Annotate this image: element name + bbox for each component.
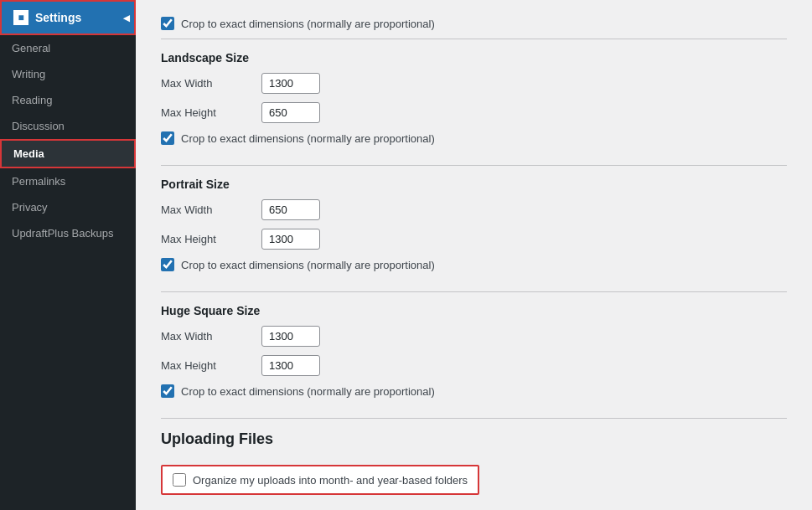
landscape-height-input[interactable] [261,102,320,123]
divider4 [161,418,787,419]
divider [161,39,787,39]
huge-square-height-row: Max Height [161,355,787,376]
top-crop-checkbox[interactable] [161,17,174,30]
landscape-title: Landscape Size [161,51,787,64]
organize-uploads-checkbox[interactable] [173,473,186,487]
huge-square-title: Huge Square Size [161,304,787,317]
landscape-height-label: Max Height [161,106,261,119]
uploading-title: Uploading Files [161,430,787,448]
sidebar-item-writing[interactable]: Writing [0,61,136,87]
settings-icon: ■ [13,10,28,25]
portrait-size-group: Portrait Size Max Width Max Height Crop … [161,178,787,271]
uploading-section: Uploading Files Organize my uploads into… [161,430,787,495]
huge-square-width-row: Max Width [161,326,787,347]
portrait-width-input[interactable] [261,199,320,220]
huge-square-size-group: Huge Square Size Max Width Max Height Cr… [161,304,787,398]
huge-square-crop-checkbox[interactable] [161,384,174,398]
huge-square-height-input[interactable] [261,355,320,376]
sidebar-header[interactable]: ■ Settings ◀ [0,0,136,35]
landscape-crop-label: Crop to exact dimensions (normally are p… [181,132,435,145]
portrait-height-label: Max Height [161,233,261,245]
sidebar-header-label: Settings [35,11,81,24]
sidebar-item-reading[interactable]: Reading [0,87,136,113]
landscape-width-label: Max Width [161,77,261,90]
organize-uploads-wrapper: Organize my uploads into month- and year… [161,465,479,495]
landscape-crop-checkbox[interactable] [161,131,174,145]
landscape-size-group: Landscape Size Max Width Max Height Crop… [161,51,787,145]
divider3 [161,291,787,292]
landscape-width-input[interactable] [261,73,320,94]
portrait-height-row: Max Height [161,229,787,250]
portrait-height-input[interactable] [261,229,320,250]
sidebar-item-discussion[interactable]: Discussion [0,113,136,139]
landscape-crop-row: Crop to exact dimensions (normally are p… [161,131,787,145]
sidebar-item-permalinks[interactable]: Permalinks [0,168,136,194]
portrait-width-row: Max Width [161,199,787,220]
landscape-height-row: Max Height [161,102,787,123]
portrait-crop-checkbox[interactable] [161,258,174,271]
sidebar-item-updraftplus[interactable]: UpdraftPlus Backups [0,220,136,246]
portrait-crop-label: Crop to exact dimensions (normally are p… [181,259,435,271]
sidebar: ■ Settings ◀ General Writing Reading Dis… [0,0,136,510]
landscape-width-row: Max Width [161,73,787,94]
top-crop-label: Crop to exact dimensions (normally are p… [181,18,435,30]
divider2 [161,165,787,166]
collapse-arrow-icon[interactable]: ◀ [119,5,134,30]
top-crop-row: Crop to exact dimensions (normally are p… [161,17,787,30]
huge-square-width-label: Max Width [161,330,261,343]
organize-uploads-label: Organize my uploads into month- and year… [193,474,468,487]
sidebar-item-privacy[interactable]: Privacy [0,194,136,220]
main-content: Crop to exact dimensions (normally are p… [136,0,812,510]
sidebar-item-general[interactable]: General [0,35,136,61]
huge-square-width-input[interactable] [261,326,320,347]
huge-square-crop-label: Crop to exact dimensions (normally are p… [181,385,435,398]
sidebar-item-media[interactable]: Media [0,139,136,168]
portrait-width-label: Max Width [161,203,261,216]
huge-square-height-label: Max Height [161,359,261,372]
portrait-title: Portrait Size [161,178,787,191]
portrait-crop-row: Crop to exact dimensions (normally are p… [161,258,787,271]
huge-square-crop-row: Crop to exact dimensions (normally are p… [161,384,787,398]
